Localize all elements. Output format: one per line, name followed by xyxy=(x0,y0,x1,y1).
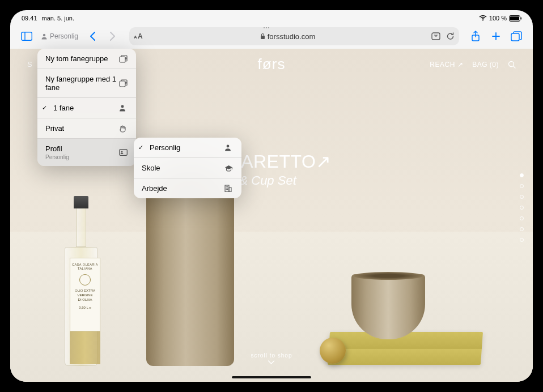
bag-link[interactable]: BAG (0) xyxy=(472,61,499,69)
svg-text:A: A xyxy=(134,35,137,40)
ipad-frame: 09.41 man. 5. jun. 100 % Personlig xyxy=(0,0,543,392)
svg-rect-11 xyxy=(511,33,519,41)
lock-icon xyxy=(260,33,265,40)
home-indicator[interactable] xyxy=(232,376,311,378)
new-tab-button[interactable] xyxy=(487,28,504,45)
svg-line-13 xyxy=(514,66,516,68)
status-date: man. 5. jun. xyxy=(42,15,74,22)
page-dot[interactable] xyxy=(520,195,524,199)
sidebar-button[interactable] xyxy=(18,28,35,45)
svg-rect-8 xyxy=(261,36,265,39)
hand-icon xyxy=(119,125,128,133)
svg-rect-2 xyxy=(521,17,522,19)
site-logo[interactable]: førs xyxy=(258,56,286,73)
svg-rect-14 xyxy=(120,57,125,62)
svg-rect-28 xyxy=(227,189,228,190)
profile-school[interactable]: Skole xyxy=(134,158,241,178)
cup-decorative xyxy=(351,274,425,339)
search-icon[interactable] xyxy=(508,61,516,69)
extensions-icon[interactable] xyxy=(431,32,440,40)
person-icon xyxy=(119,104,128,112)
profile-work[interactable]: Arbejde xyxy=(134,178,241,198)
pagination-dots[interactable] xyxy=(520,173,524,242)
page-dot[interactable] xyxy=(520,173,524,177)
menu-new-empty-tabgroup[interactable]: Ny tom fanegruppe xyxy=(37,49,136,69)
menu-one-tab[interactable]: 1 fane xyxy=(37,98,136,118)
svg-rect-25 xyxy=(226,188,227,189)
svg-rect-27 xyxy=(226,189,227,190)
svg-point-19 xyxy=(227,145,230,148)
svg-rect-1 xyxy=(510,16,519,20)
page-dot[interactable] xyxy=(520,238,524,242)
profile-personal[interactable]: Personlig xyxy=(134,138,241,158)
profile-submenu: Personlig Skole Arbejde xyxy=(134,138,241,198)
hero-text: MARETTO↗ fe & Cup Set xyxy=(226,151,332,188)
person-icon xyxy=(224,144,234,151)
svg-text:A: A xyxy=(138,32,143,40)
profile-label: Personlig xyxy=(50,32,78,40)
battery-label: 100 % xyxy=(489,15,507,22)
reach-link[interactable]: REACH ↗ xyxy=(430,61,463,69)
svg-rect-23 xyxy=(226,186,227,187)
reload-button[interactable] xyxy=(446,32,455,41)
menu-private[interactable]: Privat xyxy=(37,118,136,139)
wifi-icon xyxy=(479,15,487,21)
svg-point-18 xyxy=(121,151,123,153)
multitask-handle[interactable] xyxy=(263,20,280,23)
profile-indicator[interactable]: Personlig xyxy=(39,32,80,40)
svg-rect-17 xyxy=(120,150,128,156)
menu-new-tabgroup-with-tab[interactable]: Ny fanegruppe med 1 fane xyxy=(37,69,136,98)
profile-card-icon xyxy=(119,149,128,156)
graduation-icon xyxy=(224,165,234,172)
tabgroup-add-icon xyxy=(119,79,128,87)
oil-bottle-decorative: CASA OLEARIA TALIANA OLIO EXTRA VERGINE … xyxy=(61,190,101,366)
screen: 09.41 man. 5. jun. 100 % Personlig xyxy=(10,10,533,382)
tabs-button[interactable] xyxy=(508,28,525,45)
page-dot[interactable] xyxy=(520,206,524,210)
page-dot[interactable] xyxy=(520,216,524,220)
page-dot[interactable] xyxy=(520,227,524,231)
svg-rect-22 xyxy=(229,188,231,192)
svg-rect-24 xyxy=(227,186,228,187)
building-icon xyxy=(224,185,234,192)
shop-link[interactable]: S xyxy=(27,60,33,69)
scroll-hint: scroll to shop xyxy=(251,352,292,365)
address-bar[interactable]: AA forsstudio.com xyxy=(129,27,459,45)
back-button[interactable] xyxy=(84,28,101,45)
fruit-decorative xyxy=(320,338,346,364)
forward-button[interactable] xyxy=(104,28,121,45)
menu-profile[interactable]: Profil Personlig xyxy=(37,139,136,166)
text-size-button[interactable]: AA xyxy=(134,32,144,40)
svg-rect-15 xyxy=(120,81,125,87)
page-dot[interactable] xyxy=(520,184,524,188)
svg-rect-21 xyxy=(225,185,229,192)
svg-point-5 xyxy=(43,34,45,36)
svg-rect-26 xyxy=(227,188,228,189)
share-button[interactable] xyxy=(467,28,484,45)
svg-rect-3 xyxy=(22,32,32,41)
battery-icon xyxy=(509,15,521,22)
tabgroup-add-icon xyxy=(119,55,128,63)
tabgroup-menu: Ny tom fanegruppe Ny fanegruppe med 1 fa… xyxy=(37,49,136,166)
url-text: forsstudio.com xyxy=(144,32,431,41)
svg-point-16 xyxy=(121,105,124,108)
browser-toolbar: Personlig AA forsstudio.com xyxy=(10,24,533,49)
status-time: 09.41 xyxy=(22,15,37,22)
